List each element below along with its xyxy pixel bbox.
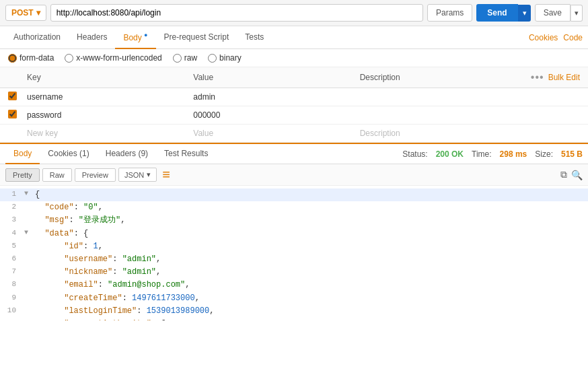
viewer-toolbar: Pretty Raw Preview JSON ▾ ≡ ⧉ 🔍 bbox=[0, 164, 588, 186]
new-key-row: New key Value Description bbox=[0, 125, 588, 143]
resp-tab-testresults[interactable]: Test Results bbox=[156, 144, 216, 164]
json-line: 5 "id": 1, bbox=[0, 240, 588, 253]
value-col-header: Value bbox=[193, 73, 359, 82]
tab-tests[interactable]: Tests bbox=[237, 27, 272, 48]
url-input[interactable] bbox=[50, 4, 423, 22]
json-line: 1▼{ bbox=[0, 188, 588, 201]
key-col-header: Key bbox=[27, 73, 193, 82]
bulk-edit-button[interactable]: Bulk Edit bbox=[548, 73, 580, 82]
line-content: "data": { bbox=[35, 228, 585, 240]
save-button[interactable]: Save bbox=[535, 4, 571, 22]
raw-button[interactable]: Raw bbox=[42, 168, 72, 182]
tab-body[interactable]: Body ● bbox=[115, 26, 155, 49]
cookies-link[interactable]: Cookies bbox=[529, 33, 558, 42]
response-meta: Status: 200 OK Time: 298 ms Size: 515 B bbox=[402, 149, 583, 159]
row1-checkbox[interactable] bbox=[8, 92, 17, 100]
line-number: 5 bbox=[3, 240, 24, 252]
tab-authorization[interactable]: Authorization bbox=[5, 27, 69, 48]
new-value-input[interactable]: Value bbox=[193, 127, 359, 139]
row1-desc[interactable] bbox=[360, 96, 526, 98]
format-select[interactable]: JSON ▾ bbox=[118, 168, 157, 182]
tab-prerequest[interactable]: Pre-request Script bbox=[156, 27, 237, 48]
nav-tab-right: Cookies Code bbox=[529, 33, 583, 42]
line-content: { bbox=[35, 188, 585, 201]
json-line: 11▼ "currentAuthority": [ bbox=[0, 318, 588, 320]
time-value: 298 ms bbox=[500, 149, 527, 159]
radio-binary[interactable]: binary bbox=[208, 53, 242, 63]
response-section: Body Cookies (1) Headers (9) Test Result… bbox=[0, 143, 588, 320]
save-group: Save ▾ bbox=[535, 4, 583, 22]
json-line: 6 "username": "admin", bbox=[0, 253, 588, 266]
resp-tab-headers[interactable]: Headers (9) bbox=[98, 144, 156, 164]
line-number: 11 bbox=[3, 318, 24, 320]
row1-checkbox-cell bbox=[8, 92, 27, 102]
preview-button[interactable]: Preview bbox=[75, 168, 116, 182]
line-number: 1 bbox=[3, 188, 24, 201]
line-number: 10 bbox=[3, 305, 24, 317]
search-button[interactable]: 🔍 bbox=[571, 169, 583, 180]
line-content: "email": "admin@shop.com", bbox=[35, 279, 585, 291]
new-key-input[interactable]: New key bbox=[27, 127, 193, 139]
urlencoded-label: x-www-form-urlencoded bbox=[76, 53, 161, 63]
line-content: "id": 1, bbox=[35, 240, 585, 253]
save-dropdown-button[interactable]: ▾ bbox=[571, 5, 583, 22]
row1-key[interactable]: username bbox=[27, 91, 193, 103]
new-desc-input[interactable]: Description bbox=[360, 127, 526, 139]
size-value: 515 B bbox=[561, 149, 583, 159]
row2-desc[interactable] bbox=[360, 114, 526, 116]
row2-value[interactable]: 000000 bbox=[193, 109, 359, 121]
line-arrow-icon[interactable]: ▼ bbox=[24, 228, 35, 238]
method-chevron-icon: ▾ bbox=[36, 8, 40, 18]
row1-value[interactable]: admin bbox=[193, 91, 359, 103]
json-line: 4▼ "data": { bbox=[0, 228, 588, 240]
resp-tab-body[interactable]: Body bbox=[5, 144, 40, 164]
format-label: JSON bbox=[124, 171, 144, 179]
send-button[interactable]: Send bbox=[476, 4, 517, 22]
tab-headers[interactable]: Headers bbox=[69, 27, 115, 48]
send-group: Send ▾ bbox=[476, 4, 530, 22]
response-tabs: Body Cookies (1) Headers (9) Test Result… bbox=[0, 144, 588, 164]
copy-button[interactable]: ⧉ bbox=[560, 169, 567, 180]
format-chevron-icon: ▾ bbox=[147, 170, 151, 179]
line-number: 9 bbox=[3, 292, 24, 304]
row2-key[interactable]: password bbox=[27, 109, 193, 121]
desc-col-header: Description bbox=[360, 73, 526, 82]
json-line: 10 "lastLoginTime": 1539013989000, bbox=[0, 305, 588, 318]
line-arrow-icon[interactable]: ▼ bbox=[24, 318, 35, 320]
row2-checkbox[interactable] bbox=[8, 110, 17, 118]
resp-tab-cookies[interactable]: Cookies (1) bbox=[40, 144, 97, 164]
line-number: 7 bbox=[3, 266, 24, 278]
body-type-bar: form-data x-www-form-urlencoded raw bina… bbox=[0, 49, 588, 67]
line-number: 2 bbox=[3, 201, 24, 213]
json-line: 8 "email": "admin@shop.com", bbox=[0, 279, 588, 291]
time-label: Time: bbox=[472, 149, 492, 159]
line-content: "currentAuthority": [ bbox=[35, 318, 585, 320]
status-value: 200 OK bbox=[436, 149, 464, 159]
method-select[interactable]: POST ▾ bbox=[5, 5, 46, 21]
raw-label: raw bbox=[184, 53, 197, 63]
radio-form-data[interactable]: form-data bbox=[8, 53, 54, 63]
nav-tabs: Authorization Headers Body ● Pre-request… bbox=[0, 26, 588, 49]
line-arrow-icon[interactable]: ▼ bbox=[24, 188, 35, 199]
binary-label: binary bbox=[219, 53, 242, 63]
json-content: 1▼{2 "code": "0",3 "msg": "登录成功",4▼ "dat… bbox=[0, 186, 588, 320]
radio-urlencoded[interactable]: x-www-form-urlencoded bbox=[65, 53, 161, 63]
json-line: 9 "createTime": 1497611733000, bbox=[0, 292, 588, 305]
send-dropdown-button[interactable]: ▾ bbox=[518, 5, 531, 22]
json-line: 3 "msg": "登录成功", bbox=[0, 214, 588, 227]
line-number: 3 bbox=[3, 214, 24, 226]
code-link[interactable]: Code bbox=[563, 33, 583, 42]
line-content: "nickname": "admin", bbox=[35, 266, 585, 279]
json-line: 2 "code": "0", bbox=[0, 201, 588, 214]
pretty-button[interactable]: Pretty bbox=[5, 168, 40, 182]
top-bar: POST ▾ Params Send ▾ Save ▾ bbox=[0, 0, 588, 26]
wrap-button[interactable]: ≡ bbox=[162, 167, 170, 182]
radio-raw[interactable]: raw bbox=[173, 53, 197, 63]
table-header: Key Value Description ••• Bulk Edit bbox=[0, 67, 588, 88]
size-label: Size: bbox=[535, 149, 553, 159]
viewer-actions: ⧉ 🔍 bbox=[560, 169, 583, 180]
line-content: "createTime": 1497611733000, bbox=[35, 292, 585, 305]
more-actions-icon[interactable]: ••• bbox=[531, 71, 544, 83]
params-button[interactable]: Params bbox=[427, 4, 472, 22]
row2-checkbox-cell bbox=[8, 110, 27, 120]
